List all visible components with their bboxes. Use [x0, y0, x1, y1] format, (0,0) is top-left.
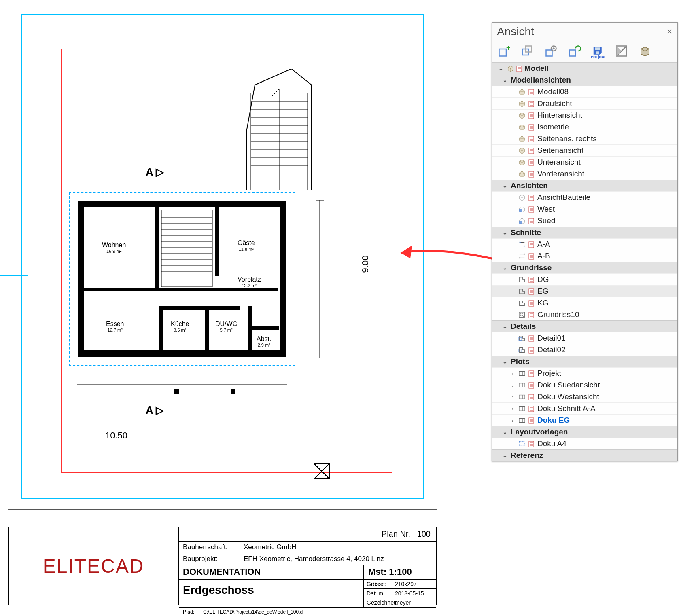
properties-icon[interactable] — [528, 440, 535, 447]
cube-icon — [518, 135, 526, 142]
tree-item-dg[interactable]: DG — [492, 273, 677, 285]
tree-item-label: Unteransicht — [537, 158, 581, 167]
copy-view-button[interactable] — [520, 44, 535, 58]
tree-item-eg[interactable]: EG — [492, 285, 677, 297]
tree-item-doku-a4[interactable]: Doku A4 — [492, 438, 677, 449]
crop-mark — [0, 275, 28, 276]
tree-item-vorderansicht[interactable]: Vorderansicht — [492, 168, 677, 180]
properties-icon[interactable] — [528, 112, 535, 119]
properties-icon[interactable] — [528, 206, 535, 212]
tree-item-draufsicht[interactable]: Draufsicht — [492, 97, 677, 109]
tree-item-doku-westansicht[interactable]: ›Doku Westansicht — [492, 391, 677, 402]
chevron-down-icon: ⌄ — [503, 229, 509, 236]
cube-icon — [518, 147, 526, 154]
tree-group-referenz[interactable]: ⌄ Referenz — [492, 449, 677, 461]
chevron-down-icon: ⌄ — [503, 452, 509, 459]
properties-icon[interactable] — [528, 89, 535, 95]
svg-rect-89 — [519, 221, 522, 224]
close-button[interactable]: ✕ — [666, 27, 673, 36]
properties-icon[interactable] — [528, 405, 535, 412]
dim-line-v — [303, 200, 336, 358]
properties-icon[interactable] — [528, 394, 535, 400]
refresh-view-button[interactable] — [567, 44, 582, 58]
properties-icon[interactable] — [528, 417, 535, 423]
stairs-icon — [161, 209, 213, 288]
save-pdf-dxf-button[interactable]: PDF|DXF — [591, 44, 605, 58]
cube-icon — [518, 159, 526, 166]
pfad-value: C:\ELITECAD\Projects14\de_de\Modell_100.… — [199, 608, 307, 616]
tree-group-ansichten[interactable]: ⌄ Ansichten — [492, 180, 677, 191]
tree-item-detail02[interactable]: Detail02 — [492, 344, 677, 356]
properties-icon[interactable] — [528, 218, 535, 224]
chevron-down-icon: ⌄ — [503, 323, 509, 330]
properties-icon[interactable] — [528, 370, 535, 377]
new-view-button[interactable]: + — [497, 44, 511, 58]
views-tree: ⌄ Modell⌄ ModellansichtenModell08Draufsi… — [492, 62, 677, 461]
properties-icon[interactable] — [528, 382, 535, 388]
tree-group-plots[interactable]: ⌄ Plots — [492, 356, 677, 367]
tree-item-detail01[interactable]: Detail01 — [492, 332, 677, 344]
svg-marker-97 — [523, 246, 525, 247]
tree-item-west[interactable]: West — [492, 203, 677, 215]
tree-item-kg[interactable]: KG — [492, 297, 677, 309]
properties-icon[interactable] — [528, 194, 535, 201]
tree-item-doku-suedansicht[interactable]: ›Doku Suedansicht — [492, 379, 677, 391]
properties-icon[interactable] — [528, 100, 535, 107]
tree-item-modell08[interactable]: Modell08 — [492, 86, 677, 97]
tree-item-label: Seitenans. rechts — [537, 134, 597, 143]
tree-group-modellansichten[interactable]: ⌄ Modellansichten — [492, 74, 677, 86]
tree-group-details[interactable]: ⌄ Details — [492, 320, 677, 332]
tree-item-hinteransicht[interactable]: Hinteransicht — [492, 109, 677, 121]
tree-group-grundrisse[interactable]: ⌄ Grundrisse — [492, 262, 677, 273]
chevron-down-icon: ⌄ — [503, 182, 509, 189]
tree-item-label: Draufsicht — [537, 99, 572, 108]
elitecad-logo: ELITECAD — [43, 555, 144, 577]
properties-icon[interactable] — [528, 288, 535, 294]
tree-item-label: A-B — [537, 252, 550, 260]
tree-item-a-a[interactable]: A-A — [492, 238, 677, 250]
properties-icon[interactable] — [528, 171, 535, 177]
tree-group-layoutvorlagen[interactable]: ⌄ Layoutvorlagen — [492, 426, 677, 438]
tree-item-label: Doku Schnitt A-A — [537, 404, 596, 413]
tree-group-modell[interactable]: ⌄ Modell — [492, 62, 677, 74]
tree-item-projekt[interactable]: ›Projekt — [492, 367, 677, 379]
properties-icon[interactable] — [528, 124, 535, 130]
tree-item-seitenans.-rechts[interactable]: Seitenans. rechts — [492, 133, 677, 144]
svg-rect-32 — [499, 49, 507, 56]
tree-item-doku-schnitt-a-a[interactable]: ›Doku Schnitt A-A — [492, 402, 677, 414]
tree-item-ansichtbauteile[interactable]: AnsichtBauteile — [492, 191, 677, 203]
properties-icon[interactable] — [528, 135, 535, 142]
properties-icon[interactable] — [528, 241, 535, 248]
properties-icon[interactable] — [528, 159, 535, 165]
properties-icon[interactable] — [528, 347, 535, 353]
tree-item-isometrie[interactable]: Isometrie — [492, 121, 677, 133]
section-marker-bottom: A ▷ — [146, 404, 164, 417]
view-settings-button[interactable] — [544, 44, 558, 58]
room-kueche: Küche8.5 m² — [171, 320, 189, 332]
floor-plan: Wohnen16.9 m² Gäste11.8 m² Vorplatz12.2 … — [69, 178, 316, 415]
properties-icon[interactable] — [528, 147, 535, 154]
svg-rect-139 — [519, 372, 525, 376]
dimension-width: 10.50 — [105, 430, 127, 441]
plan-number-row: Plan Nr. 100 — [179, 527, 436, 542]
section-a-icon — [518, 241, 526, 248]
properties-icon[interactable] — [528, 300, 535, 306]
svg-marker-40 — [575, 46, 577, 49]
view-icon — [518, 194, 526, 201]
tree-item-sued[interactable]: Sued — [492, 215, 677, 227]
tree-item-label: West — [537, 205, 555, 214]
room-essen: Essen12.7 m² — [106, 320, 124, 332]
tree-item-grundriss10[interactable]: Grundriss10 — [492, 309, 677, 320]
properties-icon[interactable] — [528, 253, 535, 259]
tree-item-seitenansicht[interactable]: Seitenansicht — [492, 144, 677, 156]
properties-icon[interactable] — [528, 335, 535, 341]
compare-button[interactable] — [614, 44, 629, 58]
properties-icon[interactable] — [528, 311, 535, 318]
properties-icon[interactable] — [528, 276, 535, 283]
tree-item-unteransicht[interactable]: Unteransicht — [492, 156, 677, 168]
tree-item-a-b[interactable]: A-B — [492, 250, 677, 262]
tree-item-label: Doku Westansicht — [537, 392, 599, 401]
tree-group-schnitte[interactable]: ⌄ Schnitte — [492, 227, 677, 238]
tree-item-doku-eg[interactable]: ›Doku EG — [492, 414, 677, 426]
model-button[interactable] — [638, 44, 652, 58]
